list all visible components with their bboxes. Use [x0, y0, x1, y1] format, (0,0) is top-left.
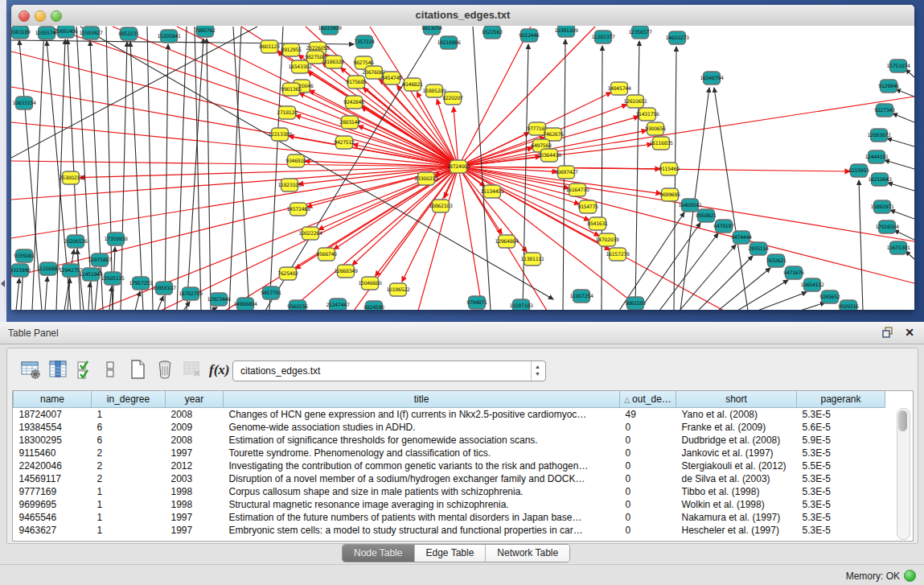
dropdown-stepper-icon[interactable]: ▲▼	[531, 361, 545, 381]
table-cell[interactable]: 2003	[166, 472, 224, 485]
table-cell[interactable]: Estimation of the future numbers of pati…	[224, 511, 620, 524]
table-cell[interactable]: 9463627	[14, 524, 92, 537]
graph-node[interactable]: 12213389	[268, 128, 291, 141]
graph-node[interactable]: 13505135	[101, 272, 124, 285]
delete-table-icon[interactable]	[182, 359, 204, 381]
graph-node[interactable]: 8215953	[848, 164, 869, 177]
graph-node[interactable]: 9457791	[261, 286, 281, 299]
graph-node[interactable]: 9560156	[287, 300, 308, 310]
table-row[interactable]: 1830029562008Estimation of significance …	[14, 434, 885, 447]
table-cell[interactable]: 5.3E-5	[797, 472, 885, 485]
table-cell[interactable]: 5.3E-5	[797, 498, 885, 511]
graph-node[interactable]: 9861593	[625, 297, 646, 310]
table-cell[interactable]: 1997	[166, 524, 224, 537]
graph-node[interactable]: 9242848	[343, 96, 364, 109]
graph-node[interactable]: 9300656	[645, 122, 666, 135]
table-row[interactable]: 946362711997Embryonic stem cells: a mode…	[14, 524, 885, 537]
table-cell[interactable]: 5.3E-5	[797, 511, 885, 524]
graph-node[interactable]: 8220207	[442, 92, 463, 105]
graph-node[interactable]: 16409541	[678, 199, 701, 212]
graph-node[interactable]: 12093872	[867, 129, 890, 142]
table-cell[interactable]: 1	[92, 408, 166, 422]
graph-node[interactable]: 11823105	[277, 179, 301, 192]
graph-node[interactable]: 14988804	[233, 298, 257, 310]
row-height-icon[interactable]	[100, 359, 122, 381]
graph-node[interactable]: 11675391	[886, 241, 910, 254]
table-cell[interactable]: Estimation of significance thresholds fo…	[224, 434, 620, 447]
graph-node[interactable]: 21247447	[326, 299, 349, 310]
graph-node[interactable]: 8454749	[381, 72, 402, 84]
tab-node-table[interactable]: Node Table	[343, 545, 415, 562]
graph-node[interactable]: 7625402	[277, 267, 298, 280]
table-cell[interactable]: 2008	[166, 434, 224, 447]
graph-node[interactable]: 11007254	[569, 290, 593, 303]
table-cell[interactable]: 1	[92, 498, 166, 511]
table-cell[interactable]: 18300295	[14, 434, 92, 447]
graph-node[interactable]: 11156883	[36, 262, 60, 275]
select-rows-icon[interactable]	[75, 359, 97, 381]
table-cell[interactable]: 14569117	[14, 472, 92, 485]
table-cell[interactable]: 1	[92, 485, 166, 498]
table-cell[interactable]: 0	[620, 459, 676, 472]
table-row[interactable]: 911546021997Tourette syndrome. Phenomeno…	[14, 447, 885, 459]
column-header-year[interactable]: year	[166, 391, 224, 408]
table-cell[interactable]: 2	[92, 459, 166, 472]
table-cell[interactable]: Nakamura et al. (1997)	[676, 511, 797, 524]
graph-nodes[interactable]: 2083189103557482069140615593427885223115…	[11, 26, 910, 310]
graph-node[interactable]: 17016504	[875, 220, 898, 233]
float-window-icon[interactable]	[882, 327, 893, 338]
table-cell[interactable]: 0	[620, 524, 676, 537]
table-row[interactable]: 1456911722003Disruption of a novel membe…	[14, 472, 885, 485]
graph-node[interactable]: 10391209	[554, 26, 577, 37]
table-cell[interactable]: 0	[620, 498, 676, 511]
table-cell[interactable]: 2	[92, 472, 166, 485]
table-row[interactable]: 946554611997Estimation of the future num…	[14, 511, 885, 524]
graph-node[interactable]: 2718120	[277, 106, 298, 119]
column-header-name[interactable]: name	[14, 391, 92, 408]
graph-node[interactable]: 9901365	[281, 83, 302, 96]
table-cell[interactable]: 0	[620, 511, 676, 524]
graph-node[interactable]: 8186328	[323, 56, 344, 68]
graph-node[interactable]: 19218986	[437, 36, 460, 49]
graph-node[interactable]: 15046600	[358, 277, 381, 290]
graph-node[interactable]: 9129946	[878, 80, 899, 93]
graph-node[interactable]: 16157278	[606, 248, 629, 261]
table-row[interactable]: 977716911998Corpus callosum shape and si…	[14, 485, 885, 498]
table-cell[interactable]: 0	[620, 447, 676, 459]
graph-node[interactable]: 20691406	[54, 26, 77, 38]
graph-node[interactable]: 9794871	[466, 296, 487, 309]
graph-node[interactable]: 8471676	[783, 266, 804, 279]
table-cell[interactable]: 5.9E-5	[797, 434, 885, 447]
table-cell[interactable]: 6	[92, 421, 166, 434]
graph-node[interactable]: 16543382	[288, 60, 311, 73]
graph-node[interactable]: 14610273	[665, 31, 688, 44]
graph-node[interactable]: 2083189	[11, 26, 31, 39]
graph-node[interactable]: 10654112	[800, 278, 823, 291]
table-cell[interactable]: Hescheler et al. (1997)	[676, 524, 797, 537]
graph-node[interactable]: 16210643	[868, 173, 891, 186]
graph-node[interactable]: 16164730	[565, 183, 589, 196]
graph-node[interactable]: 9012446	[519, 29, 540, 42]
column-header-short[interactable]: short	[676, 391, 797, 408]
table-row[interactable]: 2242004622012Investigating the contribut…	[14, 459, 885, 472]
table-cell[interactable]: 2009	[166, 421, 224, 434]
table-cell[interactable]: 9465546	[14, 511, 92, 524]
graph-node[interactable]: 15205841	[157, 30, 180, 43]
network-canvas[interactable]: 2083189103557482069140615593427885223115…	[11, 26, 914, 310]
table-cell[interactable]: 5.3E-5	[797, 485, 885, 498]
graph-node[interactable]: 12356577	[628, 26, 651, 39]
graph-node[interactable]: 16548794	[700, 72, 723, 84]
graph-node[interactable]: 16116835	[649, 137, 672, 150]
graph-node[interactable]: 17957253	[129, 277, 152, 290]
graph-node[interactable]: 9175685	[346, 76, 367, 89]
graph-node[interactable]: 12610651	[623, 95, 647, 108]
network-view-window[interactable]: citations_edges.txt 20831891035574820691…	[11, 5, 914, 310]
graph-node[interactable]: 8813054	[421, 26, 442, 35]
graph-node[interactable]: 15593427	[79, 27, 102, 39]
graph-node[interactable]: 9346910	[285, 154, 306, 167]
table-cell[interactable]: Wolkin et al. (1998)	[676, 498, 797, 511]
graph-node[interactable]: 9509316	[838, 300, 859, 310]
table-cell[interactable]: Investigating the contribution of common…	[224, 459, 620, 472]
graph-node[interactable]: 7895762	[195, 26, 216, 37]
graph-node[interactable]: 8912955	[281, 43, 302, 56]
